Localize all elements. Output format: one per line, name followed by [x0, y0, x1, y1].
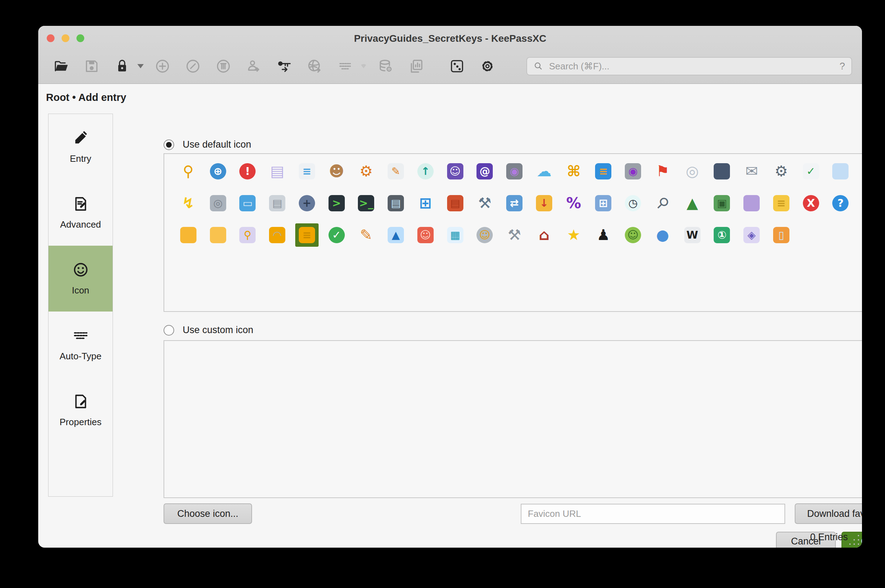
default-icon-tux-penguin[interactable]: ♟	[591, 224, 615, 247]
default-icon-percent[interactable]: %	[562, 192, 585, 215]
default-icon-gear[interactable]: ⚙	[770, 160, 793, 183]
default-icon-printer[interactable]: ▤	[384, 192, 408, 215]
default-icon-lightning[interactable]: ↯	[177, 192, 200, 215]
default-icon-windows-monitor[interactable]: ⊞	[591, 192, 615, 215]
default-icon-sticky-note[interactable]: ≡	[770, 192, 793, 215]
default-icon-money[interactable]: ①	[710, 224, 734, 247]
use-custom-icon-radio[interactable]: Use custom icon	[164, 325, 254, 336]
default-icon-padlock-open[interactable]: ◠	[266, 224, 289, 247]
open-url-button[interactable]	[306, 56, 324, 76]
default-icon-blue-paper[interactable]	[829, 160, 852, 183]
default-icon-package[interactable]: −	[858, 192, 862, 215]
default-icon-mountains[interactable]: ▲	[681, 192, 704, 215]
default-icon-memory-chip[interactable]: ▣	[710, 192, 734, 215]
add-entry-button[interactable]	[154, 56, 171, 76]
default-icon-apple[interactable]: ●	[651, 224, 674, 247]
default-icon-key-bunch[interactable]: ⌘	[562, 160, 585, 183]
sidebar-item-advanced[interactable]: Advanced	[48, 180, 112, 246]
default-icon-brick-wall[interactable]: ▤	[444, 192, 467, 215]
default-icon-world[interactable]: ⊕	[206, 160, 230, 183]
default-icon-movie-reel[interactable]: +	[295, 192, 319, 215]
autotype-dropdown-caret[interactable]	[360, 64, 367, 68]
default-icon-pencil[interactable]: ✎	[354, 224, 378, 247]
copy-username-button[interactable]	[245, 56, 262, 76]
default-icon-gears[interactable]: ⚙	[354, 160, 378, 183]
default-icon-wrench[interactable]: ⚒	[473, 192, 496, 215]
password-generator-button[interactable]	[448, 56, 466, 76]
default-icon-terminal-key[interactable]: >	[325, 192, 348, 215]
default-icon-email[interactable]: ✉	[740, 160, 763, 183]
sidebar-item-icon[interactable]: Icon	[48, 246, 112, 312]
default-icon-arrow-up[interactable]: ↑	[414, 160, 437, 183]
default-icon-wikipedia[interactable]: W	[681, 224, 704, 247]
default-icon-magnifier[interactable]: ⚲	[651, 192, 674, 215]
default-icon-floppy-disk[interactable]: ▭	[236, 192, 259, 215]
default-icon-projector[interactable]: ◉	[621, 160, 645, 183]
perform-autotype-button[interactable]	[336, 56, 354, 76]
download-favicon-button[interactable]: Download favicon	[795, 503, 862, 524]
default-icon-terminal[interactable]: >_	[354, 192, 378, 215]
default-icon-padlock-closed[interactable]: ≡	[295, 224, 319, 247]
default-icon-star[interactable]: ★	[562, 224, 585, 247]
default-icon-address-book[interactable]: ☺	[414, 224, 437, 247]
lock-dropdown-caret[interactable]	[137, 64, 144, 68]
default-icon-at-sign[interactable]: @	[473, 160, 496, 183]
default-icon-clipboard-check[interactable]: ✓	[800, 160, 823, 183]
default-icon-node-graph[interactable]: ⊞	[414, 192, 437, 215]
choose-icon-button[interactable]: Choose icon...	[164, 503, 252, 524]
default-icon-mobile-phones[interactable]: ▯	[770, 224, 793, 247]
default-icon-identity-card[interactable]: ☺	[444, 160, 467, 183]
search-input[interactable]	[549, 61, 839, 72]
default-icon-wireless-tower[interactable]: ☁	[532, 160, 556, 183]
default-icon-certificate[interactable]: ◈	[740, 224, 763, 247]
default-icon-user-podium[interactable]: ☺	[473, 224, 496, 247]
default-icon-folder-download[interactable]: ↓	[532, 192, 556, 215]
default-icon-monitor[interactable]	[710, 160, 734, 183]
default-icon-safe-vault[interactable]: ◎	[206, 192, 230, 215]
database-settings-button[interactable]	[376, 56, 394, 76]
favicon-url-input[interactable]	[521, 504, 785, 524]
sidebar-item-entry[interactable]: Entry	[48, 114, 112, 180]
default-icon-window-layout[interactable]: ▦	[858, 160, 862, 183]
default-icon-plug-socket[interactable]: ≡	[591, 160, 615, 183]
default-icon-cd-disc[interactable]: ◎	[681, 160, 704, 183]
edit-entry-button[interactable]	[184, 56, 202, 76]
default-icon-trash-bin[interactable]	[740, 192, 763, 215]
default-icon-network-drive[interactable]: ▤	[266, 192, 289, 215]
default-icon-bookmark[interactable]: ⚑	[651, 160, 674, 183]
radio-button-unchecked[interactable]	[164, 325, 174, 336]
use-default-icon-radio[interactable]: Use default icon	[164, 139, 251, 150]
default-icon-user-manager[interactable]: ☻	[325, 160, 348, 183]
default-icon-remote-monitor[interactable]: ⇄	[502, 192, 526, 215]
default-icon-check-circle[interactable]: ✓	[325, 224, 348, 247]
save-database-button[interactable]	[83, 56, 100, 76]
resize-grip[interactable]	[858, 543, 859, 545]
default-icon-clipboard-notes[interactable]: ≡	[295, 160, 319, 183]
default-icon-spreadsheet[interactable]: ▦	[444, 224, 467, 247]
copy-password-button[interactable]	[275, 56, 293, 76]
radio-button-checked[interactable]	[164, 140, 174, 150]
sidebar-item-auto-type[interactable]: Auto-Type	[48, 312, 112, 377]
default-icon-password-key[interactable]: ⚲	[177, 160, 200, 183]
default-icon-warning[interactable]: !	[236, 160, 259, 183]
default-icon-clock[interactable]: ◷	[621, 192, 645, 215]
default-icon-expired-x[interactable]: X	[800, 192, 823, 215]
default-icon-image-file[interactable]: ▲	[384, 224, 408, 247]
sidebar-item-properties[interactable]: Properties	[48, 377, 112, 443]
default-icon-server-key[interactable]: ⚲	[236, 224, 259, 247]
lock-database-button[interactable]	[113, 56, 131, 76]
reports-button[interactable]	[407, 56, 425, 76]
default-icon-home[interactable]: ⌂	[532, 224, 556, 247]
default-icon-android[interactable]: ☺	[621, 224, 645, 247]
default-icon-help-question[interactable]: ?	[829, 192, 852, 215]
delete-entry-button[interactable]	[214, 56, 232, 76]
open-database-button[interactable]	[52, 56, 70, 76]
default-icon-crossed-tools[interactable]: ⚒	[502, 224, 526, 247]
search-help-button[interactable]: ?	[839, 60, 845, 72]
default-icon-folder[interactable]	[177, 224, 200, 247]
application-settings-button[interactable]	[478, 56, 496, 76]
default-icon-camera[interactable]: ◉	[502, 160, 526, 183]
default-icon-server-shield[interactable]: ▤	[266, 160, 289, 183]
default-icon-folder-open[interactable]	[206, 224, 230, 247]
default-icon-notepad-edit[interactable]: ✎	[384, 160, 408, 183]
